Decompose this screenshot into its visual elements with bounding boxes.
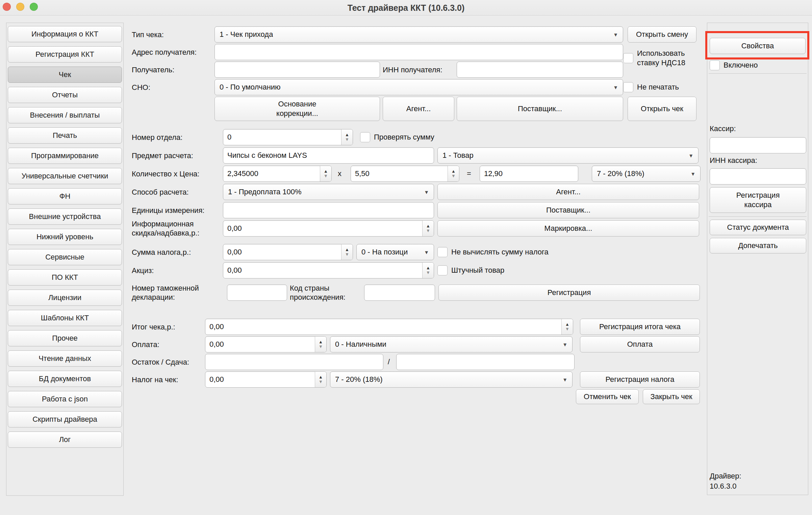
spin-down-icon[interactable]: ▼ [324, 174, 328, 178]
piece-goods-checkbox[interactable] [437, 265, 448, 275]
spin-down-icon[interactable]: ▼ [451, 174, 456, 178]
spin-up-icon[interactable]: ▲ [426, 266, 430, 270]
quantity-spinner[interactable]: 2,345000 ▲▼ [223, 166, 332, 182]
payment-spinner[interactable]: 0,00 ▲▼ [205, 336, 327, 352]
dropdown-arrow-icon: ▼ [613, 84, 618, 90]
spin-up-icon[interactable]: ▲ [345, 132, 349, 137]
check-sum-checkbox[interactable] [360, 132, 370, 142]
spin-up-icon[interactable]: ▲ [319, 375, 323, 379]
receipt-tax-rate-select[interactable]: 7 - 20% (18%) ▼ [330, 371, 573, 388]
document-status-button[interactable]: Статус документа [710, 220, 806, 235]
customs-input[interactable] [227, 285, 287, 301]
supplier-button[interactable]: Поставщик... [437, 202, 699, 218]
enabled-checkbox[interactable] [710, 60, 720, 70]
spin-down-icon[interactable]: ▼ [565, 327, 569, 332]
position-total-value: 12,90 [484, 169, 503, 178]
change-input[interactable] [396, 354, 575, 370]
receipt-form: Тип чека: 1 - Чек прихода ▼ Открыть смен… [0, 0, 812, 515]
spin-down-icon[interactable]: ▼ [426, 228, 430, 233]
department-spinner[interactable]: 0 ▲▼ [223, 129, 353, 145]
register-total-button[interactable]: Регистрация итога чека [580, 319, 700, 335]
country-input[interactable] [364, 285, 435, 301]
payment-type-value: 0 - Наличными [335, 340, 386, 349]
price-value: 5,50 [351, 169, 448, 178]
spin-down-icon[interactable]: ▼ [319, 379, 323, 384]
register-cashier-button[interactable]: Регистрация кассира [710, 187, 806, 213]
cashier-inn-label: ИНН кассира: [710, 154, 757, 166]
cancel-receipt-button[interactable]: Отменить чек [576, 389, 639, 404]
spin-up-icon[interactable]: ▲ [426, 224, 430, 228]
open-shift-button[interactable]: Открыть смену [628, 26, 696, 43]
sno-select[interactable]: 0 - По умолчанию ▼ [214, 79, 623, 95]
recipient-input[interactable] [214, 62, 380, 78]
country-label: Код страны происхождения: [290, 280, 362, 305]
close-receipt-button[interactable]: Закрыть чек [643, 389, 700, 404]
rest-label: Остаток / Сдача: [132, 354, 189, 370]
cashier-input[interactable] [710, 137, 806, 153]
tax-mode-select[interactable]: 0 - На позици ▼ [356, 244, 434, 260]
receipt-type-select[interactable]: 1 - Чек прихода ▼ [214, 26, 623, 43]
excise-spinner[interactable]: 0,00 ▲▼ [223, 262, 434, 278]
discount-spinner[interactable]: 0,00 ▲▼ [223, 220, 434, 237]
spin-up-icon[interactable]: ▲ [451, 169, 456, 174]
slash-sign: / [388, 354, 390, 370]
payment-type-select[interactable]: 0 - Наличными ▼ [330, 336, 573, 352]
position-total-input[interactable]: 12,90 [480, 166, 578, 182]
payment-button[interactable]: Оплата [580, 336, 700, 352]
qty-price-label: Количество х Цена: [132, 166, 199, 182]
device-panel [707, 23, 808, 495]
correction-basis-button[interactable]: Основание коррекции... [214, 97, 380, 121]
equals-sign: = [467, 166, 471, 182]
receipt-total-spinner[interactable]: 0,00 ▲▼ [205, 319, 573, 335]
marking-button[interactable]: Маркировка... [437, 220, 699, 237]
driver-version: 10.6.3.0 [710, 481, 741, 491]
spin-down-icon[interactable]: ▼ [345, 137, 349, 142]
units-input[interactable] [223, 202, 434, 218]
receipt-total-value: 0,00 [205, 322, 561, 331]
tax-mode-value: 0 - На позици [361, 248, 408, 256]
dropdown-arrow-icon: ▼ [424, 249, 429, 255]
enabled-checkbox-row: Включено [710, 60, 758, 70]
supplier-button-top[interactable]: Поставщик... [457, 97, 623, 121]
payment-label: Оплата: [132, 336, 159, 352]
spin-up-icon[interactable]: ▲ [324, 169, 328, 174]
reprint-button[interactable]: Допечатать [710, 238, 806, 253]
spin-up-icon[interactable]: ▲ [565, 322, 569, 327]
open-receipt-button[interactable]: Открыть чек [628, 97, 696, 121]
use-vat18-checkbox[interactable] [623, 53, 633, 63]
method-value: 1 - Предоплата 100% [228, 188, 302, 196]
check-sum-checkbox-row: Проверять сумму [360, 132, 434, 142]
spin-down-icon[interactable]: ▼ [345, 252, 349, 257]
department-label: Номер отдела: [132, 129, 182, 145]
registration-button[interactable]: Регистрация [438, 285, 700, 301]
agent-button-top[interactable]: Агент... [383, 97, 454, 121]
no-print-checkbox-row: Не печатать [623, 82, 679, 92]
method-select[interactable]: 1 - Предоплата 100% ▼ [223, 184, 434, 200]
recipient-inn-input[interactable] [457, 62, 623, 78]
subject-value: Чипсы с беконом LAYS [227, 151, 307, 160]
no-print-checkbox[interactable] [623, 82, 633, 92]
agent-button[interactable]: Агент... [437, 184, 699, 200]
recipient-inn-label: ИНН получателя: [383, 62, 442, 78]
price-spinner[interactable]: 5,50 ▲▼ [351, 166, 459, 182]
piece-goods-checkbox-row: Штучный товар [437, 265, 504, 275]
quantity-value: 2,345000 [223, 169, 320, 178]
rest-input[interactable] [205, 354, 383, 370]
subject-type-select[interactable]: 1 - Товар ▼ [437, 147, 699, 164]
correction-basis-label: Основание коррекции... [260, 99, 334, 118]
enabled-label: Включено [724, 60, 758, 70]
spin-up-icon[interactable]: ▲ [319, 340, 323, 344]
subject-input[interactable]: Чипсы с беконом LAYS [223, 147, 434, 164]
spin-down-icon[interactable]: ▼ [426, 270, 430, 275]
spin-down-icon[interactable]: ▼ [319, 344, 323, 349]
recipient-address-input[interactable] [214, 44, 623, 60]
spin-up-icon[interactable]: ▲ [345, 247, 349, 252]
recipient-label: Получатель: [132, 62, 174, 78]
cashier-inn-input[interactable] [710, 168, 806, 185]
tax-sum-spinner[interactable]: 0,00 ▲▼ [223, 244, 353, 260]
receipt-tax-spinner[interactable]: 0,00 ▲▼ [205, 371, 327, 388]
register-tax-button[interactable]: Регистрация налога [580, 371, 700, 388]
vat-select[interactable]: 7 - 20% (18%) ▼ [592, 166, 701, 182]
tax-sum-value: 0,00 [223, 248, 341, 256]
no-tax-calc-checkbox[interactable] [437, 247, 448, 257]
